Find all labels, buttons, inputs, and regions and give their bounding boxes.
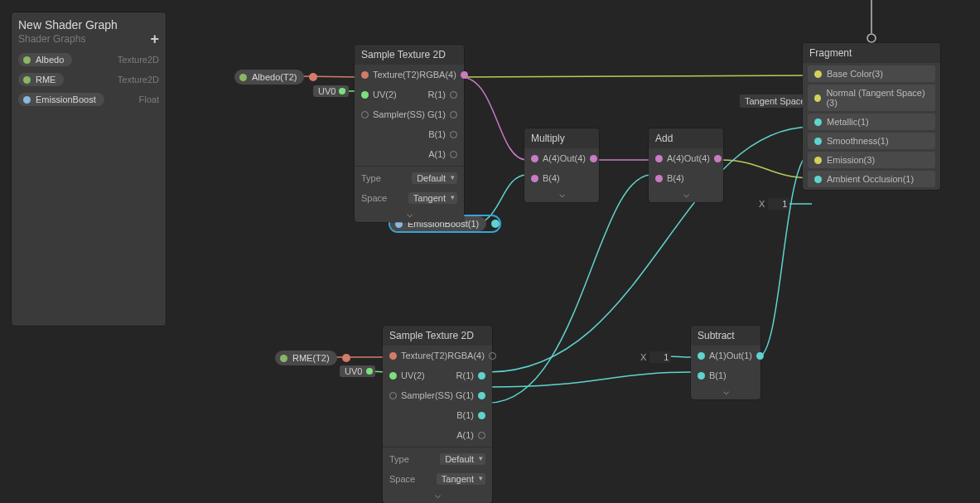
sample-texture-node-2[interactable]: Sample Texture 2D Texture(T2)RGBA(4) UV(… [383, 326, 492, 503]
constant-input[interactable] [649, 351, 671, 363]
property-row[interactable]: EmissionBoost Float [12, 89, 166, 109]
port-icon [814, 176, 822, 183]
output-port[interactable] [450, 111, 457, 118]
port-icon [814, 138, 822, 145]
input-port[interactable] [389, 352, 397, 360]
output-port[interactable] [450, 131, 457, 138]
collapse-toggle[interactable]: ⌵ [355, 208, 464, 222]
port-label: B(1) [428, 129, 446, 139]
output-port[interactable] [590, 155, 597, 162]
fragment-port-smoothness[interactable]: Smoothness(1) [808, 133, 935, 149]
input-port[interactable] [361, 111, 369, 118]
node-title: Multiply [524, 128, 599, 148]
output-port[interactable] [714, 155, 722, 162]
input-port[interactable] [389, 392, 397, 399]
param-label: Space [389, 474, 415, 484]
output-port[interactable] [309, 73, 317, 81]
rme-property-node[interactable]: RME(T2) [275, 351, 350, 365]
input-port[interactable] [361, 91, 369, 99]
output-port[interactable] [450, 91, 457, 99]
port-label: A(4) [543, 153, 560, 163]
chip-label: Albedo(T2) [252, 72, 297, 82]
property-name: RME [36, 75, 56, 85]
uv-port[interactable] [366, 368, 373, 375]
port-label: R(1) [428, 89, 446, 99]
dot-icon [23, 76, 31, 84]
output-port[interactable] [478, 432, 485, 439]
port-label: A(4) [667, 153, 684, 163]
output-port[interactable] [450, 151, 457, 158]
input-port[interactable] [655, 155, 663, 162]
type-dropdown[interactable]: Default [440, 453, 485, 465]
property-row[interactable]: Albedo Texture2D [12, 50, 166, 70]
property-type: Texture2D [118, 75, 159, 85]
input-port[interactable] [698, 372, 705, 380]
input-port[interactable] [531, 155, 538, 162]
output-port[interactable] [478, 372, 485, 380]
fragment-port-basecolor[interactable]: Base Color(3) [808, 65, 935, 82]
node-title: Subtract [691, 326, 760, 346]
dot-icon [23, 96, 31, 104]
blackboard-panel[interactable]: New Shader Graph Shader Graphs + Albedo … [12, 12, 166, 326]
port-label: B(1) [456, 410, 474, 420]
blackboard-title: New Shader Graph [12, 12, 166, 33]
dot-icon [239, 74, 247, 81]
node-title: Fragment [803, 43, 940, 63]
output-port[interactable] [478, 392, 485, 399]
fragment-node[interactable]: Fragment Base Color(3) Normal (Tangent S… [803, 43, 940, 190]
port-label: Out(1) [727, 351, 752, 360]
input-port[interactable] [361, 71, 369, 79]
param-label: Type [389, 454, 409, 464]
collapse-toggle[interactable]: ⌵ [524, 188, 599, 202]
fragment-port-emission[interactable]: Emission(3) [808, 152, 935, 168]
tangent-space-chip[interactable]: Tangent Space [740, 94, 810, 108]
node-title: Add [649, 128, 723, 148]
sample-texture-node-1[interactable]: Sample Texture 2D Texture(T2)RGBA(4) UV(… [355, 45, 464, 222]
output-port[interactable] [491, 220, 500, 228]
type-dropdown[interactable]: Default [412, 172, 457, 184]
output-port[interactable] [756, 352, 764, 360]
output-port[interactable] [342, 354, 350, 362]
fragment-port-normal[interactable]: Normal (Tangent Space)(3) [808, 85, 935, 111]
albedo-property-node[interactable]: Albedo(T2) [234, 70, 317, 85]
space-dropdown[interactable]: Tangent [408, 192, 457, 204]
output-port[interactable] [478, 412, 485, 419]
port-label: Sampler(SS) [401, 390, 453, 400]
port-label: Sampler(SS) [373, 109, 425, 119]
dot-icon [280, 355, 287, 362]
collapse-toggle[interactable]: ⌵ [383, 489, 492, 503]
port-label: Ambient Occlusion(1) [827, 174, 914, 184]
fragment-port-ao[interactable]: Ambient Occlusion(1) [808, 171, 935, 187]
property-type: Float [139, 94, 159, 104]
subtract-node[interactable]: Subtract A(1)Out(1) B(1) ⌵ [691, 326, 760, 399]
add-node[interactable]: Add A(4)Out(4) B(4) ⌵ [649, 128, 723, 202]
property-name: EmissionBoost [36, 94, 96, 104]
collapse-toggle[interactable]: ⌵ [649, 188, 723, 202]
input-port[interactable] [531, 175, 538, 182]
fragment-port-metallic[interactable]: Metallic(1) [808, 114, 935, 130]
input-port[interactable] [698, 352, 705, 360]
ao-constant[interactable]: X [759, 198, 789, 210]
port-icon [814, 118, 822, 126]
output-port[interactable] [461, 71, 468, 79]
port-label: G(1) [456, 390, 474, 400]
input-port[interactable] [389, 372, 397, 380]
add-property-button[interactable]: + [150, 35, 159, 43]
port-icon [814, 94, 821, 102]
collapse-toggle[interactable]: ⌵ [691, 385, 760, 399]
property-row[interactable]: RME Texture2D [12, 70, 166, 89]
input-port[interactable] [655, 175, 663, 182]
multiply-node[interactable]: Multiply A(4)Out(4) B(4) ⌵ [524, 128, 599, 202]
subtract-constant[interactable]: X [640, 351, 671, 363]
output-port[interactable] [489, 352, 496, 360]
port-label: Texture(T2) [373, 70, 419, 80]
port-label: A(1) [456, 430, 474, 440]
uv-port[interactable] [339, 88, 345, 94]
constant-input[interactable] [768, 198, 789, 210]
dot-icon [23, 56, 31, 64]
port-label: A(1) [428, 149, 446, 159]
port-icon [814, 70, 822, 78]
constant-label: X [640, 352, 646, 362]
property-type: Texture2D [118, 55, 159, 65]
space-dropdown[interactable]: Tangent [437, 473, 485, 485]
